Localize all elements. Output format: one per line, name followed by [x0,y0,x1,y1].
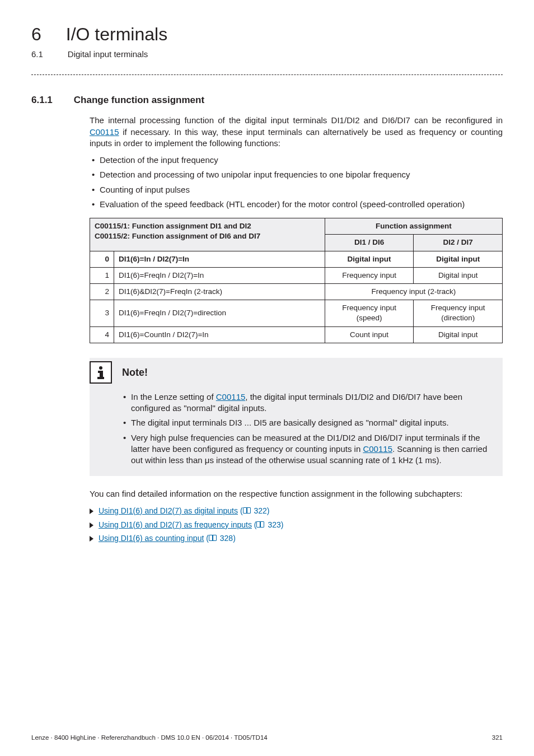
row-index: 0 [90,251,114,267]
page-ref: ( 328) [206,534,236,543]
note-header: Note! [90,358,503,387]
page-number: 322 [254,506,266,515]
table-row: 1 DI1(6)=FreqIn / DI2(7)=In Frequency in… [90,267,503,283]
footer-left: Lenze · 8400 HighLine · Referenzhandbuch… [31,734,268,743]
link-c00115[interactable]: C00115 [363,444,392,454]
row-label: DI1(6)=CountIn / DI2(7)=In [114,326,325,343]
subsection-title: Change function assignment [74,94,204,107]
row-c1: Digital input [325,251,414,267]
book-icon [209,535,217,541]
row-label: DI1(6)&DI2(7)=FreqIn (2-track) [114,284,325,300]
row-label: DI1(6)=FreqIn / DI2(7)=direction [114,300,325,326]
list-item: The digital input terminals DI3 ... DI5 … [121,417,496,428]
chapter-number: 6 [31,22,41,46]
row-span: Frequency input (2-track) [325,284,502,300]
list-item: Very high pulse frequencies can be measu… [121,432,496,466]
intro-bullets: Detection of the input frequency Detecti… [90,155,503,210]
table-row: 3 DI1(6)=FreqIn / DI2(7)=direction Frequ… [90,300,503,326]
note-label: Note! [122,366,148,379]
row-index: 2 [90,284,114,300]
list-item: Counting of input pulses [90,184,503,195]
table-header-left-2: C00115/2: Function assignment of DI6 and… [95,231,320,241]
note-body: In the Lenze setting of C00115, the digi… [90,387,503,477]
intro-text-b: if necessary. In this way, these input t… [90,127,503,148]
function-assignment-table: C00115/1: Function assignment DI1 and DI… [90,218,503,343]
book-icon [256,521,264,528]
list-item: Evaluation of the speed feedback (HTL en… [90,199,503,210]
intro-text-a: The internal processing function of the … [90,115,503,125]
list-item: Detection of the input frequency [90,155,503,166]
list-item: Using DI1(6) as counting input ( 328) [90,533,503,544]
subsection-heading: 6.1.1 Change function assignment [31,94,503,107]
info-icon [90,361,112,384]
row-index: 3 [90,300,114,326]
book-icon [243,507,251,514]
svg-rect-2 [100,371,103,377]
intro-block: The internal processing function of the … [90,115,503,544]
row-index: 4 [90,326,114,343]
page-number: 323 [268,520,280,529]
xref-link[interactable]: Using DI1(6) and DI2(7) as digital input… [99,506,238,515]
row-c1: Frequency input [325,267,414,283]
page-ref: ( 322) [240,506,270,515]
section-header: 6.1 Digital input terminals [31,49,503,60]
chapter-header: 6 I/O terminals [31,22,503,46]
section-title: Digital input terminals [68,49,148,60]
table-row: 2 DI1(6)&DI2(7)=FreqIn (2-track) Frequen… [90,284,503,300]
row-c2: Digital input [414,251,503,267]
list-item: Using DI1(6) and DI2(7) as frequency inp… [90,520,503,530]
intro-paragraph: The internal processing function of the … [90,115,503,149]
row-c2: Digital input [414,326,503,343]
table-row: 4 DI1(6)=CountIn / DI2(7)=In Count input… [90,326,503,343]
after-lead: You can find detailed information on the… [90,488,503,500]
row-label: DI1(6)=In / DI2(7)=In [114,251,325,267]
row-c2: Frequency input (direction) [414,300,503,326]
page-footer: Lenze · 8400 HighLine · Referenzhandbuch… [31,734,503,743]
note-callout: Note! In the Lenze setting of C00115, th… [90,358,503,477]
row-label: DI1(6)=FreqIn / DI2(7)=In [114,267,325,283]
footer-page-number: 321 [492,734,503,743]
list-item: Detection and processing of two unipolar… [90,169,503,180]
svg-rect-3 [97,377,104,379]
page-ref: ( 323) [254,520,284,529]
table-row: 0 DI1(6)=In / DI2(7)=In Digital input Di… [90,251,503,267]
subsection-number: 6.1.1 [31,94,53,107]
xref-link[interactable]: Using DI1(6) and DI2(7) as frequency inp… [99,520,252,529]
table-header-left: C00115/1: Function assignment DI1 and DI… [90,218,325,251]
list-item: In the Lenze setting of C00115, the digi… [121,391,496,414]
link-c00115[interactable]: C00115 [216,392,246,402]
list-item: Using DI1(6) and DI2(7) as digital input… [90,506,503,516]
row-c1: Frequency input (speed) [325,300,414,326]
row-c1: Count input [325,326,414,343]
table-header-right: Function assignment [325,218,502,235]
page-number: 328 [220,534,233,543]
row-c2: Digital input [414,267,503,283]
svg-point-0 [99,366,102,370]
note-b1-a: In the Lenze setting of [131,392,216,402]
table-col-di1: DI1 / DI6 [325,235,414,251]
chapter-title: I/O terminals [66,22,167,46]
section-number: 6.1 [31,49,43,60]
divider [31,74,503,75]
row-index: 1 [90,267,114,283]
xref-link[interactable]: Using DI1(6) as counting input [99,534,204,543]
table-header-left-1: C00115/1: Function assignment DI1 and DI… [95,221,320,231]
page: 6 I/O terminals 6.1 Digital input termin… [0,0,534,756]
table-col-di2: DI2 / DI7 [414,235,503,251]
xref-list: Using DI1(6) and DI2(7) as digital input… [90,506,503,544]
link-c00115[interactable]: C00115 [90,127,119,137]
